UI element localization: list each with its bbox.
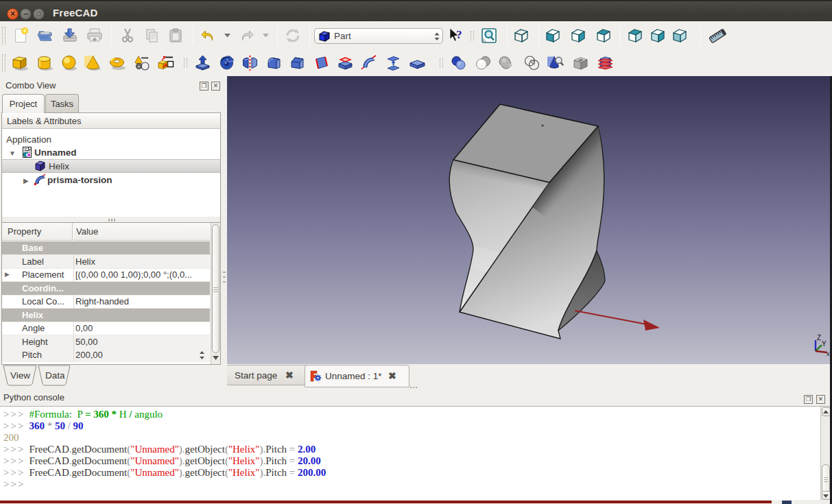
svg-text:Z: Z [817, 334, 821, 341]
svg-text:View: View [10, 370, 30, 381]
svg-text:Data: Data [45, 370, 65, 381]
svg-text:?: ? [456, 28, 462, 41]
svg-text:Y: Y [822, 340, 827, 348]
